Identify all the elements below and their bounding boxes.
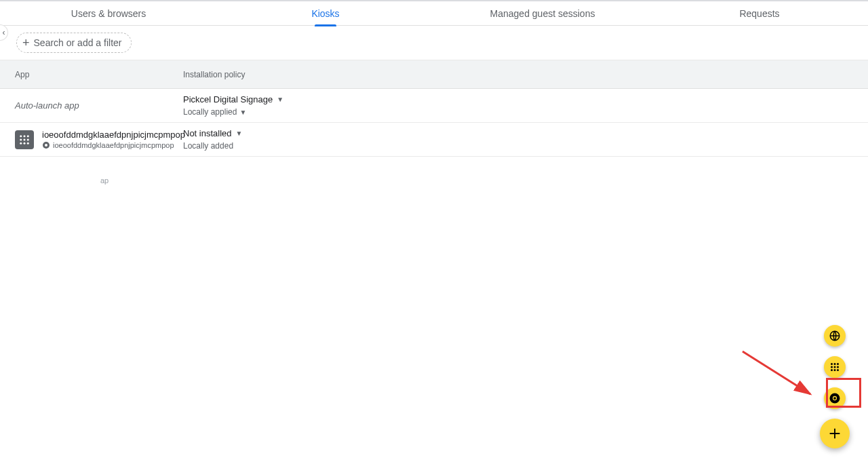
svg-point-13 (834, 363, 836, 365)
grid-icon (829, 361, 841, 373)
auto-launch-label: Auto-launch app (0, 100, 183, 111)
svg-point-1 (24, 135, 26, 137)
chrome-icon (829, 392, 841, 404)
table-row[interactable]: ioeoofddmdgklaaefdpnjpicjmcpmpop ioeoofd… (0, 123, 868, 157)
fab-add[interactable] (820, 419, 850, 448)
fab-chrome-app[interactable] (824, 387, 846, 409)
svg-point-3 (20, 138, 22, 140)
globe-icon (829, 330, 841, 342)
svg-point-18 (831, 369, 833, 371)
auto-launch-policy-sub-dropdown[interactable]: Locally applied ▼ (183, 107, 246, 117)
auto-launch-policy-dropdown[interactable]: Pickcel Digital Signage ▼ (183, 94, 283, 104)
tabs-bar: Users & browsers Kiosks Managed guest se… (0, 1, 868, 26)
chrome-icon (42, 141, 50, 149)
plus-icon (827, 426, 842, 441)
svg-point-4 (24, 138, 26, 140)
app-name: ioeoofddmdgklaaefdpnjpicjmcpmpop (42, 130, 185, 140)
svg-point-6 (20, 142, 22, 144)
app-grid-icon (15, 130, 34, 149)
svg-line-24 (743, 351, 810, 394)
tab-kiosks[interactable]: Kiosks (217, 1, 434, 26)
caret-down-icon: ▼ (236, 130, 243, 137)
tab-users-browsers[interactable]: Users & browsers (0, 1, 217, 26)
filter-placeholder: Search or add a filter (34, 37, 122, 48)
faint-text: ap (100, 176, 108, 185)
svg-point-2 (27, 135, 29, 137)
caret-down-icon: ▼ (277, 96, 283, 103)
annotation-arrow (739, 348, 821, 402)
svg-point-17 (837, 366, 839, 368)
svg-point-14 (837, 363, 839, 365)
svg-point-8 (27, 142, 29, 144)
fab-web-app[interactable] (824, 325, 846, 347)
column-header-policy[interactable]: Installation policy (183, 70, 868, 79)
svg-point-23 (833, 397, 836, 400)
tab-managed-guest-sessions[interactable]: Managed guest sessions (434, 1, 651, 26)
column-header-app[interactable]: App (0, 70, 183, 79)
tab-requests[interactable]: Requests (651, 1, 868, 26)
svg-point-12 (831, 363, 833, 365)
app-policy-value: Not installed (183, 128, 232, 138)
svg-point-15 (831, 366, 833, 368)
auto-launch-policy-sub-value: Locally applied (183, 107, 237, 117)
app-id-sub: ioeoofddmdgklaaefdpnjpicjmcpmpop (53, 141, 174, 149)
svg-point-5 (27, 138, 29, 140)
table-header: App Installation policy (0, 60, 868, 89)
plus-icon: + (22, 37, 30, 49)
app-policy-sub: Locally added (183, 141, 233, 151)
search-filter-input[interactable]: + Search or add a filter (16, 33, 132, 53)
svg-point-7 (24, 142, 26, 144)
app-policy-dropdown[interactable]: Not installed ▼ (183, 128, 242, 138)
fab-grid-app[interactable] (824, 356, 846, 378)
filter-row: + Search or add a filter (0, 26, 868, 60)
svg-point-19 (834, 369, 836, 371)
caret-down-icon: ▼ (239, 109, 246, 116)
svg-point-10 (45, 144, 47, 147)
fab-column (820, 325, 850, 448)
svg-point-0 (20, 135, 22, 137)
table-row-auto-launch: Auto-launch app Pickcel Digital Signage … (0, 89, 868, 123)
auto-launch-policy-value: Pickcel Digital Signage (183, 94, 273, 104)
svg-point-20 (837, 369, 839, 371)
svg-point-16 (834, 366, 836, 368)
